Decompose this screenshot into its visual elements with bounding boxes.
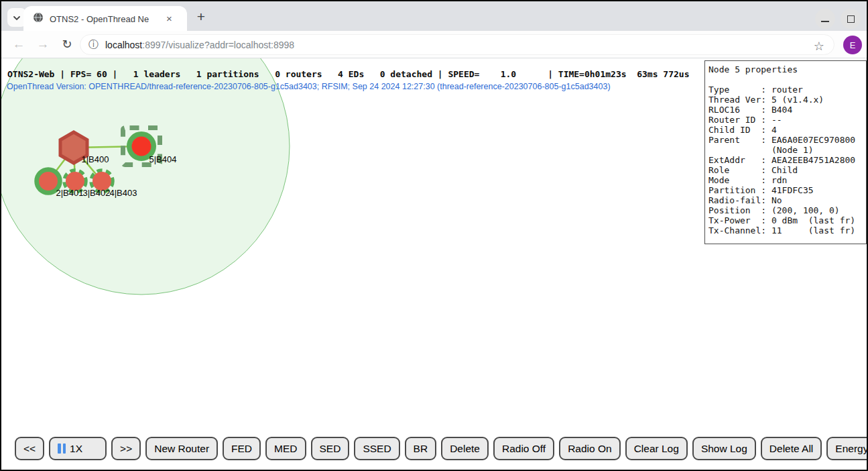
globe-favicon-icon (33, 12, 44, 25)
openthread-version-line: OpenThread Version: OPENTHREAD/thread-re… (7, 82, 611, 91)
speed-label: 1X (70, 443, 82, 455)
browser-toolbar: ← → ↻ ⓘ localhost:8997/visualize?addr=lo… (1, 31, 867, 58)
site-info-icon[interactable]: ⓘ (88, 38, 99, 51)
delete-all-button[interactable]: Delete All (761, 437, 822, 460)
clear-log-button[interactable]: Clear Log (625, 437, 688, 460)
sed-button[interactable]: SED (311, 437, 350, 460)
chevron-down-icon (13, 11, 21, 23)
node-5-label: 5|B404 (149, 154, 177, 164)
br-button[interactable]: BR (405, 437, 437, 460)
panel-row-role: Role : Child (708, 165, 866, 175)
pause-icon (58, 443, 66, 454)
panel-row-type: Type : router (708, 85, 866, 95)
panel-row-tx-power: Tx-Power : 0 dBm (last fr) (708, 215, 866, 225)
window-minimize-button[interactable] (815, 9, 835, 29)
url-path: :8997/visualize?addr=localhost:8998 (142, 40, 294, 50)
node-3-label: 3|B402 (83, 188, 111, 198)
speed-up-button[interactable]: >> (111, 437, 141, 460)
node-2-label: 2|B401 (56, 188, 84, 198)
energy-stats-button[interactable]: Energy-stats ↗ (826, 437, 868, 460)
radio-off-button[interactable]: Radio Off (493, 437, 554, 460)
pause-speed-button[interactable]: 1X (49, 437, 107, 460)
browser-tab[interactable]: OTNS2 - OpenThread Ne × (23, 6, 187, 31)
tab-bar: OTNS2 - OpenThread Ne × + (1, 1, 867, 31)
back-button[interactable]: ← (10, 36, 27, 53)
status-bar: OTNS2-Web | FPS= 60 | 1 leaders 1 partit… (7, 69, 689, 79)
network-visualization[interactable] (1, 58, 706, 470)
radio-on-button[interactable]: Radio On (559, 437, 620, 460)
panel-row-child-id: Child ID : 4 (708, 125, 866, 135)
node-properties-panel: Node 5 properties Type : router Thread V… (704, 60, 867, 244)
new-router-button[interactable]: New Router (145, 437, 218, 460)
panel-row-parent: Parent : EA6A0E07EC970800 (708, 135, 866, 145)
maximize-icon (847, 15, 855, 23)
node-1-label: 1|B400 (82, 154, 109, 164)
browser-window: OTNS2 - OpenThread Ne × + ← → ↻ ⓘ localh… (0, 0, 868, 471)
panel-row-parent-node: (Node 1) (708, 145, 866, 155)
profile-avatar[interactable]: E (843, 36, 862, 54)
reload-button[interactable]: ↻ (58, 36, 76, 53)
delete-button[interactable]: Delete (441, 437, 489, 460)
address-bar[interactable]: ⓘ localhost:8997/visualize?addr=localhos… (80, 34, 834, 55)
panel-row-position: Position : (200, 100, 0) (708, 205, 866, 215)
bookmark-star-icon[interactable]: ☆ (814, 39, 824, 54)
action-toolbar: << 1X >> New Router FED MED SED SSED BR … (15, 437, 868, 460)
new-tab-button[interactable]: + (192, 7, 210, 26)
panel-row-radio-fail: Radio-fail: No (708, 195, 866, 205)
speed-down-button[interactable]: << (15, 437, 44, 460)
show-log-button[interactable]: Show Log (692, 437, 756, 460)
window-maximize-button[interactable] (841, 9, 861, 29)
panel-title: Node 5 properties (708, 64, 866, 74)
fed-button[interactable]: FED (223, 437, 261, 460)
panel-row-router-id: Router ID : -- (708, 115, 866, 125)
panel-row-rloc16: RLOC16 : B404 (708, 105, 866, 115)
url-host: localhost (105, 40, 142, 50)
panel-blank-line (708, 74, 866, 85)
node-4-label: 4|B403 (110, 188, 137, 198)
med-button[interactable]: MED (265, 437, 306, 460)
ssed-button[interactable]: SSED (354, 437, 399, 460)
minimize-icon (821, 21, 829, 22)
panel-row-extaddr: ExtAddr : AEA2EEB4751A2800 (708, 155, 866, 165)
panel-row-tx-channel: Tx-Channel: 11 (last fr) (708, 225, 866, 235)
tab-title: OTNS2 - OpenThread Ne (50, 14, 149, 24)
panel-row-partition: Partition : 41FDFC35 (708, 185, 866, 195)
panel-row-mode: Mode : rdn (708, 175, 866, 185)
simulator-canvas: OTNS2-Web | FPS= 60 | 1 leaders 1 partit… (1, 58, 867, 470)
panel-row-thread-ver: Thread Ver: 5 (v1.4.x) (708, 95, 866, 105)
forward-button[interactable]: → (34, 36, 52, 53)
tab-close-icon[interactable]: × (166, 13, 172, 23)
